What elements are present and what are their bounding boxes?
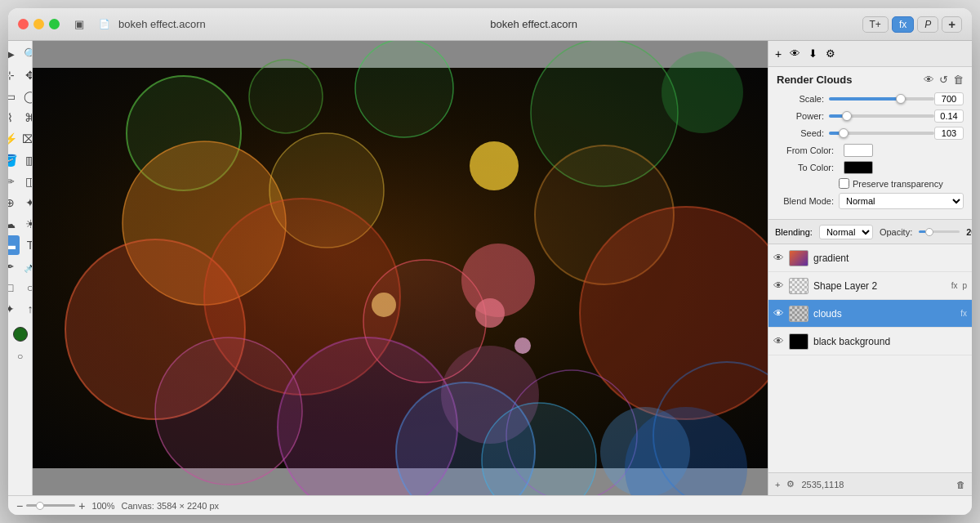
p-button[interactable]: P [917,16,938,33]
minimize-button[interactable] [33,19,44,29]
pen-tool[interactable]: ✒ [8,257,20,276]
sun-tool[interactable]: ☀ [20,214,33,234]
blend-mode-label: Blend Mode: [777,196,834,206]
dodge-burn-tool[interactable]: ✦ [20,193,33,212]
shape-tool[interactable]: ☁ [8,214,20,234]
power-row: Power: 0.14 [777,110,964,123]
layers-toolbar: + 👁 ⬇ ⚙ [768,41,972,67]
layer-blend-bar: Blending: Normal Opacity: 20% [768,220,972,244]
smart-lasso-tool[interactable]: ⌘ [20,108,33,127]
layer-vis-background[interactable]: 👁 [773,335,784,347]
marquee-ellipse-tool[interactable]: ◯ [20,87,33,106]
fx-button[interactable]: fx [892,16,914,33]
arrow-tool[interactable]: ↑ [20,299,33,319]
lasso-tool[interactable]: ⌇ [8,108,20,127]
seed-slider[interactable] [829,132,934,135]
bottom-bar: − + 100% Canvas: 3584 × 2240 px [8,495,972,515]
magic-wand-tool[interactable]: ⚡ [8,129,20,149]
layer-footer: + ⚙ 2535,1118 🗑 [768,472,972,495]
to-color-swatch[interactable] [844,161,873,174]
clone-tool[interactable]: ⊕ [8,193,20,212]
eyedropper-tool[interactable]: 💉 [20,257,33,276]
layer-name-gradient: gradient [813,253,967,264]
rect-outline-tool[interactable]: □ [8,278,20,297]
file-title: bokeh effect.acorn [118,18,206,30]
layer-thumb-background [789,333,808,350]
text-tool-button[interactable]: T+ [862,16,889,33]
color-options: ◕ ○ ⊕ [8,346,33,366]
power-slider[interactable] [829,114,934,118]
seed-value[interactable]: 103 [934,127,964,140]
tool-row-8: ⊕ ✦ [8,193,33,212]
titlebar: ▣ 📄 bokeh effect.acorn bokeh effect.acor… [8,8,972,41]
to-color-row: To Color: [777,161,964,174]
color-circle-icon[interactable]: ○ [11,346,30,366]
zoom-in-btn[interactable]: + [78,500,85,512]
layer-blend-select[interactable]: Normal [819,225,873,239]
transform-tool[interactable]: ✥ [20,65,33,85]
toolbox: ▶ 🔍 ⊹ ✥ ▭ ◯ ⌇ ⌘ ⚡ ⌦ 🪣 ▥ [8,41,33,495]
add-layer-icon[interactable]: + [775,47,782,60]
tool-row-6: 🪣 ▥ [8,150,33,170]
rect-shape-tool[interactable]: ▬ [8,235,20,255]
bokeh-canvas [33,41,768,495]
gradient-tool[interactable]: ▥ [20,150,33,170]
text-tool[interactable]: T [20,235,33,255]
layer-thumb-gradient [789,250,808,266]
zoom-slider[interactable] [26,504,75,507]
filter-refresh-icon[interactable]: ↺ [939,74,948,86]
tool-row-11: ✒ 💉 [8,257,33,276]
filter-header: Render Clouds 👁 ↺ 🗑 [777,74,964,86]
download-icon[interactable]: ⬇ [808,47,817,60]
foreground-color[interactable] [13,327,28,342]
eye-icon[interactable]: 👁 [790,47,800,60]
quickmask-tool[interactable]: ⌦ [20,129,33,149]
layer-item-gradient[interactable]: 👁 gradient [768,244,972,272]
from-color-swatch[interactable] [844,144,873,157]
preserve-label: Preserve transparency [853,179,943,189]
close-button[interactable] [18,19,29,29]
opacity-slider[interactable] [919,230,960,233]
layer-vis-gradient[interactable]: 👁 [773,252,784,264]
blend-mode-select[interactable]: Normal Multiply Screen Overlay [839,193,964,209]
add-layer-btn[interactable]: + [775,480,780,489]
sidebar-toggle[interactable]: ▣ [74,18,84,30]
ellipse-outline-tool[interactable]: ○ [20,278,33,297]
layer-settings-btn[interactable]: ⚙ [786,479,795,489]
layer-name-clouds: clouds [813,308,956,320]
settings-icon[interactable]: ⚙ [826,47,835,60]
blending-label: Blending: [775,227,813,237]
traffic-lights [18,19,60,29]
layer-vis-clouds[interactable]: 👁 [773,307,784,320]
layer-vis-shape[interactable]: 👁 [773,279,784,292]
crop-tool[interactable]: ⊹ [8,65,20,85]
filter-title: Render Clouds [777,74,852,86]
add-panel-button[interactable]: + [942,16,962,33]
from-color-row: From Color: [777,144,964,157]
preserve-checkbox[interactable] [839,178,849,189]
layer-item-background[interactable]: 👁 black background [768,328,972,355]
layer-name-background: black background [813,336,967,347]
delete-layer-btn[interactable]: 🗑 [956,480,965,489]
eraser-tool[interactable]: ◫ [20,172,33,191]
seed-row: Seed: 103 [777,127,964,140]
star-tool[interactable]: ✦ [8,299,20,319]
zoom-tool[interactable]: 🔍 [20,44,33,64]
layer-item-clouds[interactable]: 👁 clouds fx [768,300,972,328]
zoom-controls: − + 100% [16,500,115,512]
maximize-button[interactable] [49,19,60,29]
select-tool[interactable]: ▶ [8,44,20,64]
filter-panel: Render Clouds 👁 ↺ 🗑 Scale: 700 Power: 0. [768,67,972,220]
power-value[interactable]: 0.14 [934,110,964,123]
marquee-rect-tool[interactable]: ▭ [8,87,20,106]
canvas-dimensions: Canvas: 3584 × 2240 px [122,501,220,511]
paint-bucket-tool[interactable]: 🪣 [8,150,20,170]
brush-tool[interactable]: ✏ [8,172,20,191]
filter-eye-icon[interactable]: 👁 [924,74,934,86]
layer-item-shape[interactable]: 👁 Shape Layer 2 fx p [768,272,972,300]
filter-delete-icon[interactable]: 🗑 [953,74,964,86]
scale-value[interactable]: 700 [934,92,964,105]
zoom-out-btn[interactable]: − [16,500,23,512]
layer-fx-shape: fx [951,281,958,290]
scale-slider[interactable] [829,97,934,101]
